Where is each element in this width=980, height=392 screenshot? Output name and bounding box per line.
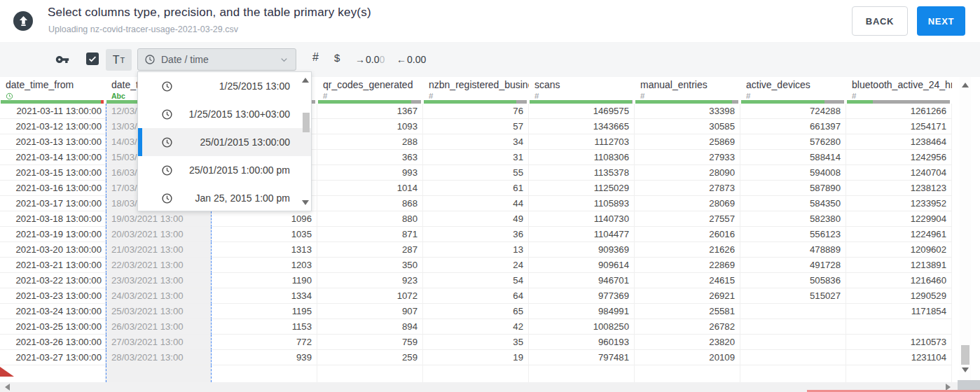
table-cell: 909369 bbox=[529, 242, 635, 258]
table-cell: 1343665 bbox=[529, 119, 635, 134]
format-option-label: 25/01/2015 1:00:00 pm bbox=[189, 164, 290, 176]
table-cell: 21/03/2021 13:00 bbox=[106, 242, 212, 258]
table-cell: 960193 bbox=[529, 335, 635, 350]
table-cell: 868 bbox=[317, 196, 423, 211]
table-cell bbox=[212, 365, 317, 382]
format-option[interactable]: 1/25/2015 13:00 bbox=[138, 72, 311, 100]
scroll-down-icon[interactable] bbox=[962, 368, 969, 372]
text-type-button[interactable]: TT bbox=[106, 49, 132, 71]
table-cell: 2021-03-16 13:00:00 bbox=[0, 181, 106, 196]
table-cell: 2021-03-26 13:00:00 bbox=[0, 335, 106, 350]
table-cell: 1072 bbox=[317, 288, 423, 304]
table-cell: 1008250 bbox=[529, 319, 635, 335]
clock-icon bbox=[161, 80, 173, 92]
table-cell: 1190 bbox=[212, 273, 317, 288]
datetime-format-select[interactable]: Date / time bbox=[137, 48, 296, 71]
dropdown-scroll-thumb[interactable] bbox=[303, 113, 310, 132]
scroll-down-icon[interactable] bbox=[302, 200, 309, 205]
table-row: 2021-03-18 13:00:0019/03/2021 13:0010968… bbox=[0, 211, 952, 227]
clock-icon bbox=[161, 136, 173, 148]
scroll-up-icon[interactable] bbox=[962, 83, 969, 88]
table-cell: 363 bbox=[317, 150, 423, 165]
table-cell: 26782 bbox=[635, 319, 740, 335]
column-header-manual_entries[interactable]: manual_entries# bbox=[635, 77, 740, 104]
table-cell: 505836 bbox=[740, 273, 846, 288]
column-header-qr_codes_generated[interactable]: qr_codes_generated# bbox=[317, 77, 423, 104]
increase-precision-button[interactable]: →0.00 bbox=[355, 54, 385, 65]
table-row: 2021-03-19 13:00:0020/03/2021 13:0010358… bbox=[0, 227, 952, 242]
table-cell: 19/03/2021 13:00 bbox=[106, 211, 212, 227]
scroll-up-icon[interactable] bbox=[302, 78, 309, 83]
clock-icon bbox=[144, 54, 156, 65]
table-cell bbox=[740, 365, 846, 382]
integer-type-button[interactable]: # bbox=[312, 51, 319, 64]
table-cell: 1229904 bbox=[846, 211, 952, 227]
table-cell: 25/03/2021 13:00 bbox=[106, 304, 212, 319]
primary-key-button[interactable] bbox=[54, 52, 71, 66]
table-cell: 515027 bbox=[740, 288, 846, 304]
column-header-active_devices[interactable]: active_devices# bbox=[740, 77, 846, 104]
table-cell: 26016 bbox=[635, 227, 740, 242]
format-option[interactable]: 25/01/2015 1:00:00 pm bbox=[138, 156, 311, 184]
scroll-left-icon[interactable] bbox=[5, 384, 10, 391]
table-row: 2021-03-23 13:00:0024/03/2021 13:0013341… bbox=[0, 288, 952, 304]
table-row: 2021-03-22 13:00:0023/03/2021 13:0011909… bbox=[0, 273, 952, 288]
vertical-scroll-thumb[interactable] bbox=[961, 345, 969, 365]
table-cell bbox=[740, 319, 846, 335]
column-name: qr_codes_generated bbox=[317, 77, 423, 90]
currency-type-button[interactable]: $ bbox=[334, 52, 340, 64]
column-name: manual_entries bbox=[635, 77, 740, 90]
table-cell: 44 bbox=[423, 196, 529, 211]
column-include-checkbox[interactable] bbox=[86, 52, 99, 65]
table-cell: 54 bbox=[423, 273, 529, 288]
table-cell: 1313 bbox=[212, 242, 317, 258]
table-cell: 259 bbox=[317, 350, 423, 365]
vertical-scrollbar[interactable] bbox=[960, 77, 971, 382]
table-cell: 26921 bbox=[635, 288, 740, 304]
column-header-scans[interactable]: scans# bbox=[529, 77, 635, 104]
table-row: 2021-03-27 13:00:0028/03/2021 13:0093925… bbox=[0, 350, 952, 365]
horizontal-scrollbar[interactable] bbox=[0, 382, 980, 392]
table-cell: 2021-03-12 13:00:00 bbox=[0, 119, 106, 134]
format-option[interactable]: 1/25/2015 13:00+03:00 bbox=[138, 100, 311, 128]
arrow-right-icon: → bbox=[355, 54, 365, 65]
table-cell: 24 bbox=[423, 258, 529, 273]
table-cell: 350 bbox=[317, 258, 423, 273]
back-button[interactable]: BACK bbox=[852, 6, 908, 36]
table-cell: 939 bbox=[212, 350, 317, 365]
format-dropdown-list: 1/25/2015 13:001/25/2015 13:00+03:0025/0… bbox=[138, 72, 311, 212]
table-cell: 1238464 bbox=[846, 134, 952, 150]
format-option-label: 1/25/2015 13:00+03:00 bbox=[189, 108, 290, 120]
scrollbar-corner bbox=[958, 380, 980, 390]
table-cell bbox=[740, 304, 846, 319]
table-cell: 1213891 bbox=[846, 258, 952, 273]
format-option[interactable]: Jan 25, 2015 1:00 pm bbox=[138, 184, 311, 212]
table-cell: 42 bbox=[423, 319, 529, 335]
table-cell: 1014 bbox=[317, 181, 423, 196]
next-button[interactable]: NEXT bbox=[917, 6, 965, 36]
key-icon bbox=[54, 52, 71, 66]
upload-icon bbox=[13, 11, 33, 31]
table-cell: 20/03/2021 13:00 bbox=[106, 227, 212, 242]
format-option[interactable]: 25/01/2015 13:00:00 bbox=[138, 128, 311, 156]
table-cell bbox=[740, 335, 846, 350]
table-cell: 907 bbox=[317, 304, 423, 319]
table-cell: 20109 bbox=[635, 350, 740, 365]
table-cell: 30585 bbox=[635, 119, 740, 134]
column-header-nzbn_registered_busine[interactable]: nzbn_registered_busine# bbox=[423, 77, 529, 104]
table-cell: 13 bbox=[423, 242, 529, 258]
table-cell: 588414 bbox=[740, 150, 846, 165]
table-cell: 582380 bbox=[740, 211, 846, 227]
table-row: 2021-03-25 13:00:0026/03/2021 13:0011538… bbox=[0, 319, 952, 335]
table-cell: 1096 bbox=[212, 211, 317, 227]
chevron-down-icon bbox=[279, 55, 289, 65]
column-header-date_time_from[interactable]: date_time_from bbox=[0, 77, 106, 104]
table-cell: 1210573 bbox=[846, 335, 952, 350]
table-cell: 27557 bbox=[635, 211, 740, 227]
dropdown-scrollbar[interactable] bbox=[301, 72, 310, 211]
decrease-precision-button[interactable]: ←0.00 bbox=[396, 54, 426, 65]
table-cell: 2021-03-13 13:00:00 bbox=[0, 134, 106, 150]
column-header-bluetooth_active_24_hr_[interactable]: bluetooth_active_24_hr_# bbox=[846, 77, 952, 104]
table-cell: 1093 bbox=[317, 119, 423, 134]
table-row: 2021-03-20 13:00:0021/03/2021 13:0013132… bbox=[0, 242, 952, 258]
